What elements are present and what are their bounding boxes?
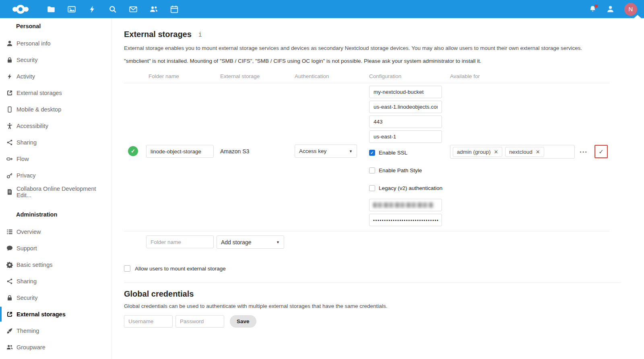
- sidebar-item-activity[interactable]: Activity: [0, 68, 111, 85]
- logo-ring: [16, 5, 25, 14]
- remove-tag-icon[interactable]: ✕: [536, 149, 540, 155]
- active-indicator: [0, 307, 2, 322]
- column-header-configuration: Configuration: [369, 73, 450, 79]
- port-input[interactable]: [369, 116, 442, 128]
- sidebar-item-label: Security: [17, 295, 37, 301]
- sidebar-item-label: Security: [17, 57, 37, 63]
- authentication-select[interactable]: Access key ▼: [295, 144, 357, 158]
- tag-label: nextcloud: [509, 149, 533, 155]
- sidebar-item-basic-settings[interactable]: Basic settings: [0, 256, 111, 273]
- checkbox-unchecked-icon[interactable]: [369, 185, 375, 191]
- accessibility-icon: [6, 123, 13, 129]
- sidebar-item-sharing-personal[interactable]: Sharing: [0, 134, 111, 151]
- paint-roller-icon: [6, 328, 13, 334]
- legacy-auth-checkbox[interactable]: Legacy (v2) authentication: [369, 185, 442, 191]
- sidebar-item-external-storages-admin[interactable]: External storages: [0, 306, 111, 322]
- sidebar-item-overview[interactable]: Overview: [0, 223, 111, 240]
- sidebar-item-theming[interactable]: Theming: [0, 322, 111, 339]
- hostname-input[interactable]: [369, 101, 442, 113]
- allow-users-label: Allow users to mount external storage: [135, 266, 226, 272]
- enable-ssl-checkbox[interactable]: ✓ Enable SSL: [369, 150, 442, 156]
- add-storage-select[interactable]: Add storage ▼: [217, 235, 284, 249]
- column-header-available-for: Available for: [450, 73, 575, 79]
- password-field[interactable]: [175, 315, 224, 328]
- sidebar-item-groupware[interactable]: Groupware: [0, 339, 111, 355]
- bucket-input[interactable]: [369, 86, 442, 98]
- checkbox-unchecked-icon[interactable]: [124, 265, 130, 272]
- allow-users-checkbox[interactable]: Allow users to mount external storage: [124, 265, 632, 272]
- sidebar-item-label: Theming: [17, 328, 39, 334]
- save-button[interactable]: Save: [230, 315, 256, 328]
- global-credentials-form: Save: [124, 315, 632, 328]
- avatar[interactable]: N: [624, 3, 637, 16]
- tag-label: admin (group): [457, 149, 491, 155]
- contacts-menu-icon[interactable]: [607, 5, 614, 13]
- app-menu: [47, 5, 178, 13]
- sidebar-item-personal-info[interactable]: Personal info: [0, 35, 111, 52]
- gear-icon: [6, 262, 13, 268]
- sidebar-item-label: External storages: [17, 311, 66, 318]
- sidebar-item-security-admin[interactable]: Security: [0, 289, 111, 306]
- sidebar-item-label: Accessibility: [17, 123, 48, 129]
- checkbox-checked-icon[interactable]: ✓: [369, 150, 375, 156]
- enable-path-style-checkbox[interactable]: Enable Path Style: [369, 167, 442, 173]
- files-app-icon[interactable]: [47, 5, 55, 13]
- calendar-app-icon[interactable]: [170, 5, 178, 13]
- nextcloud-logo-icon[interactable]: [8, 5, 33, 14]
- legacy-auth-label: Legacy (v2) authentication: [379, 185, 442, 191]
- username-field[interactable]: [124, 315, 173, 328]
- checkbox-unchecked-icon[interactable]: [369, 167, 375, 173]
- enable-ssl-label: Enable SSL: [379, 150, 407, 156]
- photos-app-icon[interactable]: [68, 5, 76, 13]
- more-options-icon[interactable]: ···: [580, 148, 588, 156]
- sidebar-item-sharing-admin[interactable]: Sharing: [0, 273, 111, 289]
- new-folder-name-input[interactable]: [146, 235, 214, 248]
- sidebar-item-privacy[interactable]: Privacy: [0, 167, 111, 184]
- available-for-field[interactable]: admin (group) ✕ nextcloud ✕: [450, 145, 575, 159]
- region-input[interactable]: [369, 130, 442, 143]
- sidebar-item-support[interactable]: Support: [0, 240, 111, 256]
- activity-app-icon[interactable]: [88, 5, 96, 13]
- save-storage-button-highlighted[interactable]: ✓: [594, 145, 608, 158]
- available-for-tag: admin (group) ✕: [453, 147, 502, 157]
- folder-name-input[interactable]: [146, 145, 214, 158]
- global-credentials-title: Global credentials: [124, 289, 632, 299]
- sidebar-item-collabora[interactable]: Collabora Online Development Edit...: [0, 184, 111, 200]
- access-key-input-redacted[interactable]: [369, 199, 442, 211]
- available-for-tag: nextcloud ✕: [505, 147, 544, 157]
- sidebar-item-label: Personal info: [17, 40, 51, 47]
- chevron-down-icon: ▼: [349, 149, 353, 153]
- info-icon[interactable]: i: [198, 31, 202, 38]
- sidebar-item-external-storages-personal[interactable]: External storages: [0, 85, 111, 101]
- notification-badge: [594, 4, 598, 8]
- mail-app-icon[interactable]: [129, 5, 137, 13]
- document-icon: [6, 189, 13, 195]
- storage-status-ok-icon: ✓: [128, 146, 138, 156]
- secret-key-input[interactable]: ••••••••••••••••••••••••••••••: [369, 214, 442, 226]
- external-link-icon: [6, 311, 13, 318]
- sidebar-item-accessibility[interactable]: Accessibility: [0, 118, 111, 134]
- secret-key-mask: ••••••••••••••••••••••••••••••: [373, 218, 439, 223]
- group-icon: [6, 344, 13, 351]
- topbar: N: [0, 0, 644, 18]
- sidebar-item-label: Overview: [17, 229, 41, 235]
- flow-icon: [6, 156, 13, 162]
- user-icon: [6, 40, 13, 47]
- remove-tag-icon[interactable]: ✕: [494, 149, 498, 155]
- sidebar-item-mobile-desktop[interactable]: Mobile & desktop: [0, 101, 111, 118]
- description-text: External storage enables you to mount ex…: [124, 44, 632, 52]
- check-glyph: ✓: [131, 148, 135, 154]
- sidebar-item-label: Groupware: [17, 344, 45, 351]
- sidebar-item-flow[interactable]: Flow: [0, 151, 111, 167]
- external-link-icon: [6, 90, 13, 96]
- notifications-bell-icon[interactable]: [589, 5, 597, 13]
- sidebar-item-label: Sharing: [17, 278, 37, 285]
- contacts-app-icon[interactable]: [150, 5, 158, 13]
- sidebar-header-administration: Administration: [16, 211, 111, 218]
- settings-sidebar: Personal Personal info Security Activity…: [0, 18, 112, 359]
- sidebar-header-personal: Personal: [16, 23, 111, 29]
- sidebar-item-security-personal[interactable]: Security: [0, 52, 111, 68]
- search-app-icon[interactable]: [109, 5, 117, 13]
- chat-bubble-icon: [6, 245, 13, 252]
- table-row: ✓ Amazon S3 Access key ▼ ✓ Enable SSL: [124, 83, 609, 231]
